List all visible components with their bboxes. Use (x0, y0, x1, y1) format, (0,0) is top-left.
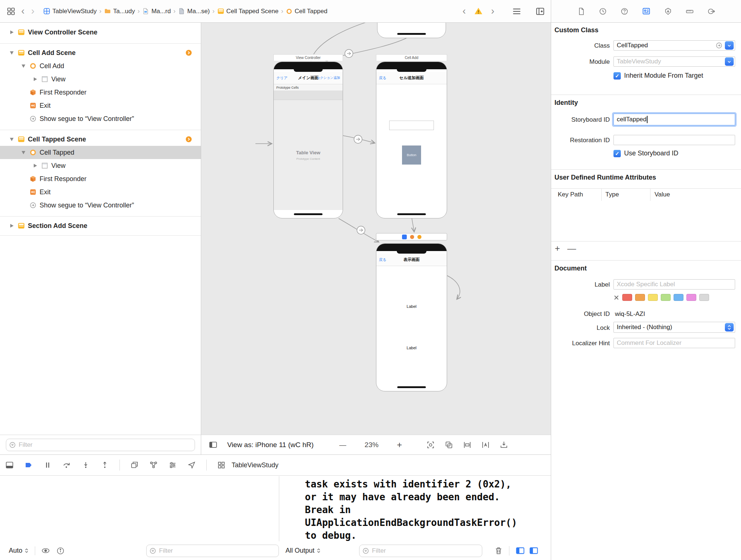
outline-item-cell-add[interactable]: Cell Add (0, 59, 201, 73)
pause-execution-icon[interactable] (43, 461, 52, 469)
outline-item-view[interactable]: View (0, 159, 201, 172)
scene-title-cell-add[interactable]: Cell Add (376, 54, 447, 61)
outline-filter-input[interactable] (6, 439, 195, 451)
add-constraints-icon[interactable] (481, 441, 490, 449)
storyboard-id-field[interactable]: cellTapped (613, 114, 735, 125)
class-jump-icon[interactable] (716, 42, 722, 49)
eye-icon[interactable] (41, 546, 50, 555)
breakpoints-toggle-icon[interactable] (24, 461, 33, 469)
label-bottom[interactable]: Label (376, 346, 447, 350)
view-controller-partial[interactable] (377, 23, 446, 38)
cell-tapped-phone[interactable]: 戻る 表示画面 Label Label (376, 243, 447, 391)
breadcrumb-view-controller[interactable]: Cell Tapped (286, 8, 327, 15)
zoom-level[interactable]: 23% (365, 441, 379, 449)
label-top[interactable]: Label (376, 304, 447, 309)
breadcrumb-folder[interactable]: Ta...udy (104, 8, 135, 15)
outline-toggle-icon[interactable] (209, 440, 218, 449)
connections-inspector-tab-icon[interactable] (707, 7, 716, 16)
scene-title-view-controller[interactable]: View Controller (273, 54, 343, 61)
editor-options-icon[interactable] (512, 7, 521, 16)
disclosure-triangle-icon[interactable] (9, 50, 15, 56)
related-items-icon[interactable] (7, 7, 15, 16)
restoration-id-input[interactable] (617, 136, 732, 144)
process-name[interactable]: TableViewStudy (232, 461, 279, 469)
disclosure-triangle-icon[interactable] (9, 29, 15, 35)
size-inspector-tab-icon[interactable] (685, 7, 694, 16)
back-chevron-icon[interactable]: ‹ (21, 6, 25, 16)
cell-add-phone[interactable]: 戻る セル追加画面 Button (376, 62, 447, 218)
environment-overrides-icon[interactable] (168, 461, 177, 469)
zoom-in-button[interactable]: + (397, 440, 402, 450)
inherit-module-checkbox[interactable] (613, 72, 621, 80)
remove-attribute-button[interactable]: — (567, 243, 576, 254)
scene-go-badge-icon[interactable] (185, 136, 192, 143)
color-swatch-yellow[interactable] (648, 294, 658, 301)
step-into-icon[interactable] (81, 461, 90, 469)
outline-item-first-responder[interactable]: First Responder (0, 86, 201, 99)
disclosure-triangle-icon[interactable] (9, 136, 15, 142)
color-swatch-purple[interactable] (686, 294, 696, 301)
dock-first-responder-icon[interactable] (410, 235, 414, 239)
module-dropdown-stepper-icon[interactable] (725, 58, 734, 66)
outline-item-segue[interactable]: Show segue to “View Controller” (0, 199, 201, 212)
warning-icon[interactable] (474, 7, 483, 16)
disclosure-triangle-icon[interactable] (32, 163, 38, 169)
breadcrumb-base-file[interactable]: Ma...se) (178, 8, 210, 15)
outline-scene-cell-tapped[interactable]: Cell Tapped Scene (0, 133, 201, 146)
step-over-icon[interactable] (62, 461, 71, 469)
disclosure-triangle-icon[interactable] (32, 76, 38, 82)
outline-item-cell-tapped-selected[interactable]: Cell Tapped (0, 146, 201, 159)
variables-scope-dropdown[interactable]: Auto (9, 547, 29, 555)
use-storyboard-id-checkbox[interactable] (613, 150, 621, 157)
lock-dropdown-stepper-icon[interactable] (725, 323, 734, 332)
variables-view[interactable] (0, 476, 279, 541)
outline-item-exit[interactable]: Exit (0, 185, 201, 199)
align-icon[interactable] (463, 441, 472, 449)
disclosure-triangle-icon[interactable] (21, 150, 26, 155)
step-out-icon[interactable] (100, 461, 109, 469)
view-controller-phone[interactable]: クリア メイン画面 セクション追加 Prototype Cells Table … (273, 62, 343, 218)
add-cell-button[interactable]: Button (402, 145, 421, 165)
color-swatch-orange[interactable] (635, 294, 645, 301)
runtime-attributes-table-body[interactable] (551, 201, 741, 241)
memory-graph-icon[interactable] (149, 461, 158, 469)
color-swatch-blue[interactable] (674, 294, 683, 301)
history-inspector-tab-icon[interactable] (598, 7, 607, 16)
process-grid-icon[interactable] (217, 461, 226, 469)
show-console-pane-icon[interactable] (529, 546, 539, 556)
outline-scene-cell-add[interactable]: Cell Add Scene (0, 46, 201, 59)
next-issue-chevron-icon[interactable]: › (490, 6, 495, 16)
column-header-type[interactable]: Type (605, 191, 619, 198)
info-icon[interactable] (56, 546, 65, 555)
nav-add-section-button[interactable]: セクション追加 (317, 75, 340, 80)
add-editor-icon[interactable] (535, 7, 545, 16)
zoom-to-selection-icon[interactable] (426, 441, 435, 449)
show-variables-pane-icon[interactable] (515, 546, 525, 556)
prototype-cell[interactable] (274, 91, 343, 100)
breadcrumb-scene[interactable]: Cell Tapped Scene (217, 8, 279, 15)
quick-help-inspector-tab-icon[interactable] (620, 7, 629, 16)
no-color-icon[interactable] (613, 295, 619, 301)
color-swatch-green[interactable] (661, 294, 671, 301)
clear-console-trash-icon[interactable] (494, 546, 503, 555)
breadcrumb-storyboard-file[interactable]: Ma...rd (142, 8, 171, 15)
scene-go-badge-icon[interactable] (185, 49, 192, 56)
add-attribute-button[interactable]: + (555, 243, 560, 254)
dock-view-controller-icon-selected[interactable] (402, 235, 407, 239)
column-header-key-path[interactable]: Key Path (558, 191, 583, 198)
outline-scene-section-add[interactable]: Section Add Scene (0, 219, 201, 232)
localizer-hint-input[interactable] (617, 339, 732, 347)
storyboard-canvas[interactable]: View Controller クリア メイン画面 セクション追加 Protot… (201, 23, 551, 435)
column-header-value[interactable]: Value (655, 191, 670, 198)
class-dropdown-stepper-icon[interactable] (725, 41, 734, 50)
class-input[interactable] (617, 42, 714, 49)
identity-inspector-tab-icon-selected[interactable] (642, 7, 651, 16)
view-hierarchy-icon[interactable] (130, 461, 139, 469)
disclosure-triangle-icon[interactable] (9, 223, 15, 229)
forward-chevron-icon[interactable]: › (30, 6, 35, 16)
lock-dropdown[interactable]: Inherited - (Nothing) (613, 322, 735, 333)
console-output-dropdown[interactable]: All Output (285, 547, 321, 555)
outline-item-exit[interactable]: Exit (0, 99, 201, 112)
outline-item-view[interactable]: View (0, 73, 201, 86)
breadcrumb-project[interactable]: TableViewStudy (43, 8, 97, 15)
